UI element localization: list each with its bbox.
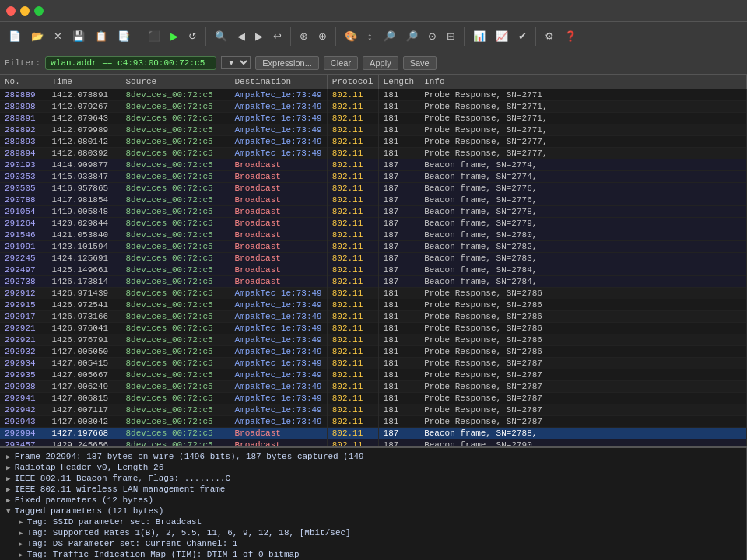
filter-dropdown[interactable]: ▼ [221,56,251,69]
table-cell: AmpakTec_1e:73:49 [230,381,327,393]
help-icon[interactable]: ❓ [560,28,580,44]
table-row[interactable]: 2905051416.9578658devices_00:72:c5Broadc… [0,183,747,194]
table-row[interactable]: 2924971425.1496618devices_00:72:c5Broadc… [0,264,747,276]
col-no[interactable]: No. [0,75,47,89]
detail-item[interactable]: ▶ Frame 292994: 187 bytes on wire (1496 … [3,451,743,462]
table-row[interactable]: 2927381426.1738148devices_00:72:c5Broadc… [0,276,747,288]
table-cell: Probe Response, SN=2771, [419,124,747,136]
fullscreen-icon[interactable]: ⊞ [443,28,459,44]
table-row[interactable]: 2929381427.0062498devices_00:72:c5AmpakT… [0,381,747,393]
forward-icon[interactable]: ▶ [251,28,267,44]
col-source[interactable]: Source [121,75,230,89]
table-row[interactable]: 2929121426.9714398devices_00:72:c5AmpakT… [0,288,747,299]
clear-button[interactable]: Clear [324,56,358,70]
close-file-icon[interactable]: ✕ [50,28,66,44]
new-icon[interactable]: 📄 [5,28,25,44]
col-length[interactable]: Length [378,75,419,89]
table-row[interactable]: 2929211426.9767918devices_00:72:c5AmpakT… [0,334,747,346]
table-row[interactable]: 2919911423.1015948devices_00:72:c5Broadc… [0,241,747,253]
table-row[interactable]: 2903531415.9338478devices_00:72:c5Broadc… [0,171,747,183]
table-cell: Broadcast [230,428,327,439]
save-button[interactable]: Save [403,56,437,70]
table-row[interactable]: 2898911412.0796438devices_00:72:c5AmpakT… [0,113,747,124]
restart-capture-icon[interactable]: ↺ [184,28,201,44]
check-icon[interactable]: ✔ [514,28,531,44]
table-row[interactable]: 2910541419.0058488devices_00:72:c5Broadc… [0,206,747,218]
file-set-icon[interactable]: 📑 [114,28,134,44]
colorize-icon[interactable]: 🎨 [341,28,361,44]
table-row[interactable]: 2934571429.2456568devices_00:72:c5Broadc… [0,439,747,449]
detail-item[interactable]: ▶ Tag: SSID parameter set: Broadcast [3,516,743,527]
expression-button[interactable]: Expression... [255,56,319,70]
col-protocol[interactable]: Protocol [327,75,378,89]
table-row[interactable]: 2929351427.0056678devices_00:72:c5AmpakT… [0,369,747,381]
table-row[interactable]: 2929431427.0080428devices_00:72:c5AmpakT… [0,416,747,428]
detail-tree[interactable]: ▶ Frame 292994: 187 bytes on wire (1496 … [0,448,747,560]
filter-label: Filter: [5,58,40,68]
table-row[interactable]: 2929321427.0050508devices_00:72:c5AmpakT… [0,346,747,358]
apply-button[interactable]: Apply [363,56,398,70]
stop-capture-icon[interactable]: ⬛ [144,28,164,44]
table-cell: Beacon frame, SN=2780, [419,229,747,241]
autoscroll-icon[interactable]: ↕ [363,28,377,44]
table-cell: Probe Response, SN=2787 [419,416,747,428]
close-window-btn[interactable] [6,6,16,16]
save-icon[interactable]: 💾 [68,28,89,44]
table-row[interactable]: 2898981412.0792678devices_00:72:c5AmpakT… [0,101,747,113]
table-cell: 802.11 [327,334,378,346]
display-filters-icon[interactable]: ⊕ [314,28,331,44]
table-cell: 8devices_00:72:c5 [121,218,230,229]
table-row[interactable]: 2898941412.0803928devices_00:72:c5AmpakT… [0,148,747,159]
table-row[interactable]: 2898931412.0801428devices_00:72:c5AmpakT… [0,136,747,148]
table-row[interactable]: 2929211426.9760418devices_00:72:c5AmpakT… [0,323,747,334]
table-row[interactable]: 2929171426.9731668devices_00:72:c5AmpakT… [0,311,747,323]
open-icon[interactable]: 📂 [27,28,47,44]
table-row[interactable]: 2898891412.0788918devices_00:72:c5AmpakT… [0,89,747,101]
table-row[interactable]: 2907881417.9818548devices_00:72:c5Broadc… [0,194,747,206]
table-row[interactable]: 2912641420.0298448devices_00:72:c5Broadc… [0,218,747,229]
detail-item[interactable]: ▶ Tag: DS Parameter set: Current Channel… [3,538,743,549]
table-row[interactable]: 2915461421.0538408devices_00:72:c5Broadc… [0,229,747,241]
table-cell: 8devices_00:72:c5 [121,358,230,369]
detail-item[interactable]: ▶ Tag: Traffic Indication Map (TIM): DTI… [3,549,743,560]
table-cell: Broadcast [230,264,327,276]
capture-filters-icon[interactable]: ⊛ [296,28,312,44]
detail-item[interactable]: ▶ Tag: Supported Rates 1(B), 2, 5.5, 11,… [3,527,743,538]
back-icon[interactable]: ◀ [233,28,249,44]
table-row[interactable]: 2922451424.1256918devices_00:72:c5Broadc… [0,253,747,264]
table-row[interactable]: 2929941427.1976688devices_00:72:c5Broadc… [0,428,747,439]
io-graph-icon[interactable]: 📈 [492,28,512,44]
detail-item[interactable]: ▶ Fixed parameters (12 bytes) [3,495,743,506]
find-packet-icon[interactable]: 🔍 [211,28,231,44]
detail-item[interactable]: ▶ IEEE 802.11 wireless LAN management fr… [3,484,743,495]
normal-zoom-icon[interactable]: ⊙ [424,28,440,44]
detail-item[interactable]: ▼ Tagged parameters (121 bytes) [3,506,743,516]
detail-item[interactable]: ▶ Radiotap Header v0, Length 26 [3,462,743,473]
packet-table: No. Time Source Destination Protocol Len… [0,75,747,448]
table-cell: 1412.079267 [47,101,121,113]
minimize-window-btn[interactable] [20,6,30,16]
table-cell: 289892 [0,124,47,136]
settings-icon[interactable]: ⚙ [541,28,558,44]
save-as-icon[interactable]: 📋 [91,28,111,44]
col-destination[interactable]: Destination [230,75,327,89]
table-row[interactable]: 2901931414.9098778devices_00:72:c5Broadc… [0,159,747,171]
maximize-window-btn[interactable] [34,6,44,16]
table-row[interactable]: 2929341427.0054158devices_00:72:c5AmpakT… [0,358,747,369]
table-cell: 181 [378,369,419,381]
col-info[interactable]: Info [419,75,747,89]
packet-list[interactable]: No. Time Source Destination Protocol Len… [0,75,747,448]
start-capture-icon[interactable]: ▶ [167,28,182,44]
zoom-in-icon[interactable]: 🔎 [379,28,399,44]
detail-item[interactable]: ▶ IEEE 802.11 Beacon frame, Flags: .....… [3,473,743,484]
goto-icon[interactable]: ↩ [269,28,286,44]
table-row[interactable]: 2898921412.0799898devices_00:72:c5AmpakT… [0,124,747,136]
table-row[interactable]: 2929151426.9725418devices_00:72:c5AmpakT… [0,299,747,311]
table-row[interactable]: 2929411427.0068158devices_00:72:c5AmpakT… [0,393,747,404]
col-time[interactable]: Time [47,75,121,89]
table-cell: 8devices_00:72:c5 [121,276,230,288]
table-row[interactable]: 2929421427.0071178devices_00:72:c5AmpakT… [0,404,747,416]
graph-icon[interactable]: 📊 [469,28,489,44]
filter-input[interactable] [45,56,216,70]
zoom-out-icon[interactable]: 🔎 [402,28,422,44]
